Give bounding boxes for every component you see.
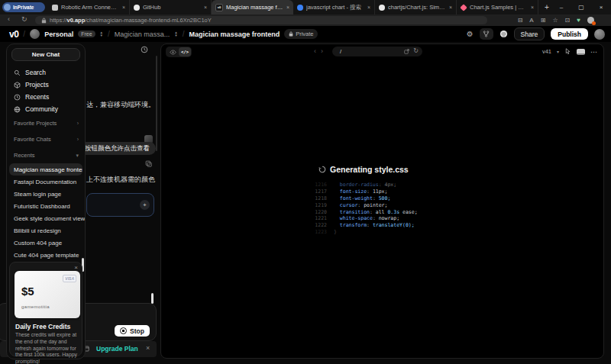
profile-icon[interactable] — [587, 17, 594, 24]
input-scrollbar-thumb[interactable] — [151, 293, 154, 304]
code-editor[interactable]: 1216 border-radius: 4px;1217 font-size: … — [310, 182, 418, 235]
web-capture-icon[interactable]: ⊞ — [541, 15, 546, 25]
tab-close-icon[interactable]: × — [204, 5, 207, 10]
preview-refresh-icon[interactable]: ↻ — [413, 47, 419, 54]
console-panel-icon[interactable] — [577, 49, 585, 55]
browser-tab[interactable]: v0Magician massage frontend - v× — [212, 0, 293, 14]
browser-tab[interactable]: chartjs/Chart.js: Simple HTML5× — [375, 0, 457, 14]
browser-tab[interactable]: GitHub× — [130, 0, 212, 14]
share-button[interactable]: Share — [514, 27, 545, 40]
preview-eye-toggle[interactable] — [166, 47, 179, 56]
v0-logo[interactable]: v0 — [9, 29, 18, 40]
version-label[interactable]: v41 — [542, 48, 551, 55]
favorites-star-icon[interactable]: ☆ — [552, 15, 558, 25]
upgrade-plan-link[interactable]: Upgrade Plan — [96, 345, 138, 353]
chevron-updown-icon[interactable]: ▲▼ — [174, 31, 177, 36]
split-screen-icon[interactable]: ⊟ — [518, 15, 523, 25]
recent-chat-label: Cute 404 page template — [14, 252, 79, 259]
copy-icon[interactable] — [145, 160, 152, 167]
generating-status: Generating style.css — [318, 165, 409, 174]
team-name[interactable]: Personal — [44, 31, 73, 38]
line-number: 1220 — [310, 209, 327, 215]
browser-tab[interactable]: Robotic Arm Connection Issue× — [48, 0, 130, 14]
user-message-bubble: 按钮颜色允许点击查看 — [79, 142, 156, 155]
github-favicon-icon — [379, 5, 385, 11]
inline-input[interactable]: ✦ — [86, 193, 154, 217]
inprivate-label: InPrivate — [13, 5, 34, 10]
section-favorite-chats[interactable]: Favorite Chats› — [7, 131, 85, 147]
chat-scrollbar[interactable] — [156, 56, 157, 151]
tab-close-icon[interactable]: × — [367, 5, 370, 10]
close-window-button[interactable]: × — [591, 0, 611, 14]
recent-chat-item[interactable]: Fastapi Documentation — [7, 176, 85, 188]
recent-chat-item[interactable]: Bilibili ui redesign — [7, 224, 85, 237]
stop-icon — [120, 327, 127, 334]
sidebar-item-projects[interactable]: Projects — [7, 79, 85, 91]
section-recents[interactable]: Recents▾ — [7, 147, 85, 163]
search-favicon-icon — [297, 5, 303, 11]
section-favorite-projects[interactable]: Favorite Projects› — [7, 115, 85, 131]
publish-button[interactable]: Publish — [551, 28, 588, 40]
chevron-icon: › — [77, 121, 79, 126]
address-bar[interactable]: https://v0.app/chat/magician-massage-fro… — [35, 16, 487, 24]
assistant-message-partial: 达，兼容移动端环境。 — [86, 100, 155, 110]
project-name[interactable]: Magician massa... — [115, 31, 170, 38]
settings-gear-icon[interactable]: ⚙ — [467, 30, 474, 38]
credits-body: These credits will expire at the end of … — [15, 332, 78, 364]
new-chat-button[interactable]: New Chat — [11, 48, 80, 61]
recent-chat-item[interactable]: Magician massage frontend⋯ — [9, 163, 82, 176]
recent-chat-label: Bilibili ui redesign — [14, 227, 61, 234]
sidebar-sections: Favorite Projects›Favorite Chats›Recents… — [7, 115, 85, 163]
code-line: 1222 transform: translateY(0); — [310, 222, 418, 229]
open-external-icon[interactable] — [404, 49, 409, 54]
read-aloud-icon[interactable]: A — [529, 15, 533, 25]
code-line: 1221 white-space: nowrap; — [310, 215, 418, 222]
tab-close-icon[interactable]: × — [531, 5, 534, 10]
privacy-badge[interactable]: Private — [284, 29, 318, 39]
section-label: Favorite Projects — [14, 120, 57, 127]
close-icon[interactable]: × — [74, 264, 78, 271]
stop-button[interactable]: Stop — [115, 325, 150, 337]
credit-card-visual: VISA $5 gamemotitia — [15, 271, 80, 318]
user-avatar[interactable] — [594, 29, 605, 40]
dismiss-icon[interactable]: × — [146, 344, 150, 352]
recent-chat-item[interactable]: Cute 404 page template — [7, 249, 85, 261]
tab-close-icon[interactable]: × — [122, 5, 125, 10]
more-menu-icon[interactable]: ⋯ — [590, 48, 597, 56]
browser-essentials-icon[interactable]: ♥ — [577, 15, 580, 25]
collections-icon[interactable]: ⊡ — [565, 15, 571, 25]
line-number: 1219 — [310, 202, 327, 208]
refresh-button[interactable]: ↻ — [21, 15, 27, 23]
preview-header: </> ‹ › / ↻ v41 ▾ ⋯ — [161, 44, 603, 60]
recent-chat-item[interactable]: Futuristic Dashboard — [7, 200, 85, 212]
sidebar-item-search[interactable]: Search — [7, 66, 85, 79]
nav-forward-button[interactable]: › — [321, 47, 323, 56]
tab-close-icon[interactable]: × — [286, 5, 289, 10]
history-clock-icon[interactable] — [141, 46, 148, 53]
preview-url-bar[interactable]: / ↻ — [332, 47, 422, 56]
nav-back-button[interactable]: ‹ — [314, 47, 316, 56]
sidebar-item-recents[interactable]: Recents — [7, 91, 85, 103]
recents-list: Magician massage frontend⋯Fastapi Docume… — [7, 163, 85, 261]
chevron-down-icon[interactable]: ▾ — [557, 49, 559, 54]
inspect-pointer-icon[interactable] — [564, 48, 571, 55]
recent-chat-item[interactable]: Steam login page — [7, 188, 85, 200]
tab-close-icon[interactable]: × — [449, 5, 452, 10]
code-line: 1216 border-radius: 4px; — [310, 182, 418, 188]
browser-tab[interactable]: Chart.js Samples | Chart.js× — [457, 0, 538, 14]
recent-chat-item[interactable]: Geek style document view... — [7, 212, 85, 224]
maximize-button[interactable]: ▢ — [571, 0, 591, 14]
recent-chat-item[interactable]: Custom 404 page — [7, 237, 85, 249]
github-icon[interactable] — [499, 30, 508, 38]
sidebar-item-community[interactable]: Community — [7, 103, 85, 115]
sparkle-icon[interactable]: ✦ — [140, 200, 150, 210]
code-toggle[interactable]: </> — [179, 47, 191, 56]
new-tab-button[interactable]: + — [545, 3, 549, 11]
preview-panel: </> ‹ › / ↻ v41 ▾ ⋯ — [160, 43, 604, 359]
chevron-updown-icon[interactable]: ▲▼ — [100, 31, 103, 36]
url-text: https://v0.app/chat/magician-massage-fro… — [50, 17, 212, 24]
fork-button[interactable] — [480, 28, 493, 40]
minimize-button[interactable]: – — [551, 0, 571, 14]
browser-tab[interactable]: javascript chart - 搜索× — [293, 0, 375, 14]
back-button[interactable]: ‹ — [8, 15, 10, 23]
